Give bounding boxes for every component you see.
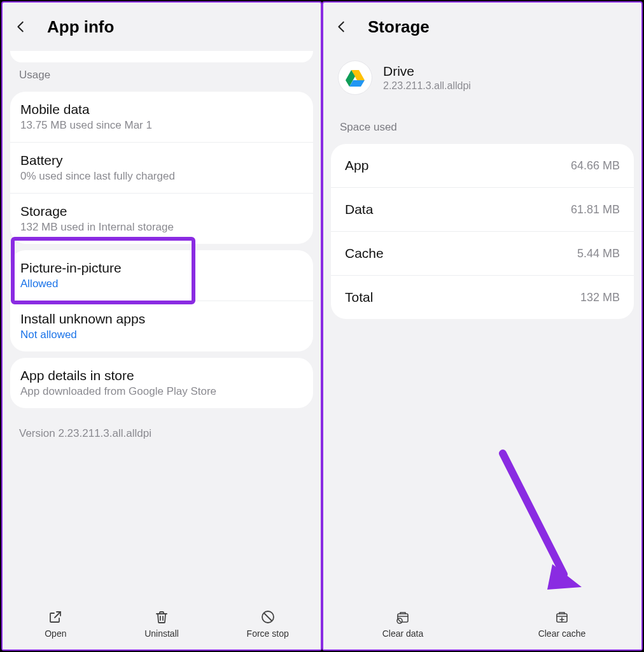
row-sub: Allowed: [20, 278, 303, 290]
kv-key: Data: [345, 202, 373, 217]
clear-data-icon: [395, 609, 411, 625]
app-name: Drive: [383, 64, 471, 79]
kv-key: Cache: [345, 246, 384, 261]
row-title: Install unknown apps: [20, 311, 303, 327]
page-title: Storage: [368, 17, 430, 37]
header: Storage: [323, 3, 641, 51]
row-total-size: Total 132 MB: [331, 276, 634, 319]
version-text: Version 2.23.211.3.all.alldpi: [3, 408, 321, 450]
space-used-card: App 64.66 MB Data 61.81 MB Cache 5.44 MB…: [331, 144, 634, 319]
row-title: Mobile data: [20, 102, 303, 117]
kv-val: 132 MB: [580, 291, 620, 304]
back-icon: [335, 20, 349, 34]
bottom-label: Force stop: [247, 628, 289, 639]
row-battery[interactable]: Battery 0% used since last fully charged: [10, 143, 313, 194]
row-app-details[interactable]: App details in store App downloaded from…: [10, 358, 313, 408]
row-sub: 0% used since last fully charged: [20, 170, 303, 183]
row-app-size: App 64.66 MB: [331, 144, 634, 188]
row-cache-size: Cache 5.44 MB: [331, 232, 634, 276]
row-storage[interactable]: Storage 132 MB used in Internal storage: [10, 194, 313, 244]
app-meta: Drive 2.23.211.3.all.alldpi: [383, 64, 471, 92]
row-sub: 132 MB used in Internal storage: [20, 221, 303, 234]
row-title: Battery: [20, 153, 303, 168]
back-icon: [14, 20, 28, 34]
row-title: Picture-in-picture: [20, 260, 303, 276]
stop-icon: [260, 609, 276, 625]
bottom-bar: Clear data Clear cache: [323, 597, 641, 649]
row-mobile-data[interactable]: Mobile data 13.75 MB used since Mar 1: [10, 92, 313, 143]
row-sub: 13.75 MB used since Mar 1: [20, 119, 303, 132]
usage-card: Mobile data 13.75 MB used since Mar 1 Ba…: [10, 92, 313, 244]
bottom-bar: Open Uninstall Force stop: [3, 597, 321, 649]
clear-cache-button[interactable]: Clear cache: [482, 597, 641, 649]
kv-key: Total: [345, 290, 373, 305]
kv-val: 64.66 MB: [571, 159, 620, 173]
drive-icon: [345, 69, 365, 87]
svg-line-1: [264, 613, 272, 621]
clear-cache-icon: [554, 609, 570, 625]
row-unknown-apps[interactable]: Install unknown apps Not allowed: [10, 301, 313, 351]
page-title: App info: [47, 17, 114, 37]
row-title: App details in store: [20, 368, 303, 383]
app-version: 2.23.211.3.all.alldpi: [383, 80, 471, 92]
row-title: Storage: [20, 204, 303, 219]
details-card: App details in store App downloaded from…: [10, 358, 313, 408]
kv-key: App: [345, 158, 368, 173]
section-label-usage: Usage: [3, 62, 321, 85]
back-button[interactable]: [14, 14, 39, 39]
svg-line-6: [503, 453, 564, 574]
app-info-screen: App info Usage Mobile data 13.75 MB used…: [1, 1, 322, 651]
header: App info: [3, 3, 321, 51]
bottom-label: Open: [45, 628, 66, 639]
storage-screen: Storage Drive 2.23.211.3.all.alldpi Spac…: [322, 1, 643, 651]
section-label-space: Space used: [323, 106, 641, 138]
back-button[interactable]: [335, 14, 360, 39]
kv-val: 61.81 MB: [571, 203, 620, 216]
row-sub: Not allowed: [20, 329, 303, 341]
row-data-size: Data 61.81 MB: [331, 188, 634, 232]
open-icon: [48, 609, 63, 625]
bottom-label: Clear cache: [538, 628, 586, 639]
force-stop-button[interactable]: Force stop: [214, 597, 321, 649]
uninstall-button[interactable]: Uninstall: [109, 597, 215, 649]
row-sub: App downloaded from Google Play Store: [20, 385, 303, 398]
permissions-card: Picture-in-picture Allowed Install unkno…: [10, 250, 313, 351]
svg-marker-7: [547, 564, 582, 590]
clear-data-button[interactable]: Clear data: [323, 597, 482, 649]
annotation-arrow: [489, 442, 591, 601]
bottom-label: Clear data: [382, 628, 424, 639]
trash-icon: [154, 609, 169, 625]
app-icon-drive: [339, 61, 372, 94]
kv-val: 5.44 MB: [577, 247, 620, 260]
app-header: Drive 2.23.211.3.all.alldpi: [323, 51, 641, 106]
bottom-label: Uninstall: [144, 628, 179, 639]
open-button[interactable]: Open: [3, 597, 109, 649]
card-partial: [10, 51, 313, 62]
row-pip[interactable]: Picture-in-picture Allowed: [10, 250, 313, 301]
